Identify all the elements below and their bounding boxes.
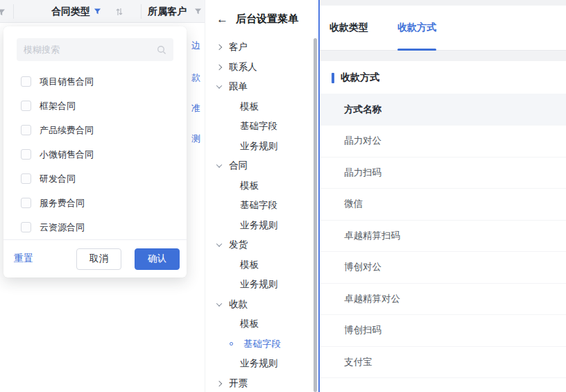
filter-option-label: 项目销售合同	[40, 76, 94, 88]
sidebar-subitem[interactable]: 模板	[205, 255, 314, 275]
sidebar-item-label: 收款	[229, 298, 248, 311]
filter-icon[interactable]	[0, 7, 6, 19]
payment-method-table: 晶力对公晶力扫码微信卓越精算扫码博创对公卓越精算对公博创扫码支付宝	[320, 126, 566, 378]
sidebar-subitem[interactable]: 业务规则	[205, 354, 314, 374]
sidebar-item[interactable]: 客户	[205, 37, 314, 58]
sidebar-subitem-label: 基础字段	[243, 338, 281, 350]
filter-option-label: 小微销售合同	[40, 148, 94, 161]
sidebar-subitem-label: 业务规则	[240, 278, 277, 291]
sidebar-subitem-label: 基础字段	[240, 199, 277, 212]
filter-option[interactable]: 小微销售合同	[3, 142, 187, 167]
column-header-label: 方式名称	[344, 103, 381, 116]
filter-option[interactable]: 云资源合同	[3, 215, 187, 239]
sidebar-subitem[interactable]: 基础字段	[205, 196, 314, 216]
chevron-down-icon[interactable]	[216, 300, 222, 306]
sidebar-subitem-label: 业务规则	[240, 357, 277, 370]
checkbox[interactable]	[21, 173, 31, 184]
sidebar-subitem-label: 模板	[240, 318, 259, 330]
filter-option[interactable]: 项目销售合同	[3, 69, 187, 94]
checkbox[interactable]	[21, 222, 31, 232]
filter-option[interactable]: 产品续费合同	[3, 118, 187, 142]
search-input[interactable]	[24, 44, 157, 55]
clipped-link-text: 准	[191, 103, 203, 114]
filter-option-label: 产品续费合同	[40, 124, 94, 137]
sidebar-subitem[interactable]: 模板	[205, 176, 314, 196]
tab-payment-method[interactable]: 收款方式	[397, 6, 436, 50]
sort-icon[interactable]	[116, 8, 123, 16]
filter-option-label: 研发合同	[40, 173, 76, 185]
reset-link[interactable]: 重置	[14, 253, 33, 265]
filter-option[interactable]: 研发合同	[3, 167, 187, 191]
tab-payment-type[interactable]: 收款类型	[329, 6, 368, 50]
sidebar-subitem[interactable]: 模板	[205, 314, 314, 334]
sidebar-scrollbar[interactable]	[314, 38, 317, 392]
section-title: 收款方式	[341, 71, 379, 84]
table-header-strip: 合同类型 所属客户	[0, 0, 205, 23]
table-row[interactable]: 卓越精算对公	[320, 284, 566, 316]
checkbox[interactable]	[21, 149, 31, 160]
table-row[interactable]: 支付宝	[320, 347, 566, 379]
sidebar-item[interactable]: 发货	[205, 235, 314, 255]
sidebar-item-label: 客户	[229, 41, 248, 53]
table-row[interactable]: 卓越精算扫码	[320, 221, 566, 253]
app-screen: 合同类型 所属客户 边款准测 项目销售合同框架合同产品续费合同小微销售合同研发合…	[0, 0, 566, 392]
sidebar-header: ← 后台设置菜单	[216, 12, 298, 26]
sidebar-item[interactable]: 合同	[205, 156, 314, 176]
payment-method-card: 收款方式 方式名称 晶力对公晶力扫码微信卓越精算扫码博创对公卓越精算对公博创扫码…	[320, 61, 566, 392]
filter-option[interactable]: 框架合同	[3, 94, 187, 118]
sidebar-item-label: 跟单	[229, 80, 248, 93]
sidebar-item-label: 联系人	[229, 61, 257, 74]
sidebar-subitem-label: 基础字段	[240, 120, 277, 133]
sidebar-subitem[interactable]: 模板	[205, 97, 314, 117]
chevron-down-icon[interactable]	[216, 162, 222, 168]
checkbox[interactable]	[21, 125, 31, 135]
checkbox[interactable]	[21, 198, 31, 208]
sidebar-title: 后台设置菜单	[236, 12, 298, 26]
sidebar-subitem-label: 模板	[240, 180, 259, 192]
settings-menu-tree: 客户联系人跟单模板基础字段业务规则合同模板基础字段业务规则发货模板业务规则收款模…	[205, 37, 314, 392]
column-header-customer[interactable]: 所属客户	[148, 0, 202, 23]
back-arrow-icon[interactable]: ←	[216, 13, 228, 25]
payment-method-name: 卓越精算扫码	[344, 230, 400, 242]
table-row[interactable]: 晶力对公	[320, 126, 566, 157]
table-row[interactable]: 微信	[320, 189, 566, 221]
chevron-right-icon[interactable]	[216, 65, 222, 70]
sidebar-subitem[interactable]: 业务规则	[205, 137, 314, 157]
search-box[interactable]	[17, 38, 173, 61]
sidebar-item[interactable]: 开票	[205, 374, 314, 392]
filter-option-label: 服务费合同	[40, 197, 85, 210]
checkbox[interactable]	[21, 76, 31, 87]
table-row[interactable]: 博创对公	[320, 252, 566, 284]
active-dot-icon	[230, 342, 233, 346]
checkbox[interactable]	[21, 101, 31, 111]
cancel-button[interactable]: 取消	[76, 248, 121, 270]
sidebar-subitem-label: 模板	[240, 101, 259, 113]
filter-icon-active[interactable]	[94, 8, 101, 15]
sidebar-subitem[interactable]: 基础字段	[205, 117, 314, 137]
sidebar-subitem[interactable]: 基础字段	[205, 334, 314, 355]
section-header: 收款方式	[320, 61, 566, 84]
payment-method-name: 支付宝	[344, 356, 372, 368]
table-row[interactable]: 晶力扫码	[320, 157, 566, 189]
sidebar-item[interactable]: 跟单	[205, 77, 314, 97]
filter-option-list: 项目销售合同框架合同产品续费合同小微销售合同研发合同服务费合同云资源合同	[3, 69, 187, 239]
chevron-right-icon[interactable]	[216, 44, 222, 50]
tab-bar: 收款类型 收款方式	[320, 6, 566, 51]
table-row[interactable]: 博创扫码	[320, 315, 566, 347]
chevron-right-icon[interactable]	[216, 381, 222, 386]
filter-icon[interactable]	[194, 8, 202, 15]
sidebar-subitem[interactable]: 业务规则	[205, 275, 314, 295]
clipped-link-text: 款	[191, 72, 203, 83]
sidebar-item[interactable]: 收款	[205, 295, 314, 315]
payment-method-name: 晶力对公	[344, 135, 381, 147]
sidebar-item[interactable]: 联系人	[205, 58, 314, 78]
filter-option[interactable]: 服务费合同	[3, 191, 187, 215]
payment-method-name: 博创对公	[344, 261, 381, 273]
table-column-header: 方式名称	[320, 94, 566, 126]
confirm-button[interactable]: 确认	[135, 248, 180, 270]
sidebar-subitem[interactable]: 业务规则	[205, 216, 314, 236]
column-divider	[13, 4, 14, 19]
chevron-down-icon[interactable]	[216, 83, 222, 89]
column-header-contract-type[interactable]: 合同类型	[51, 0, 123, 23]
chevron-down-icon[interactable]	[216, 241, 222, 247]
